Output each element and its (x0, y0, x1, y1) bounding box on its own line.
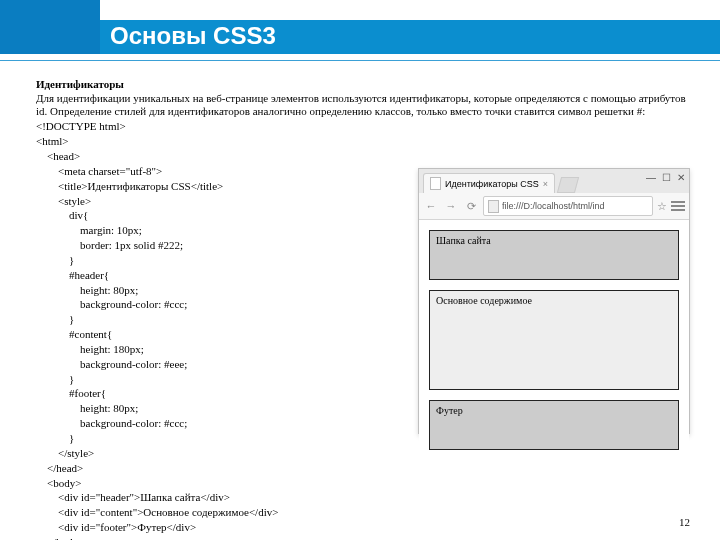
bookmark-star-icon[interactable]: ☆ (657, 200, 667, 213)
hamburger-menu-icon[interactable] (671, 201, 685, 211)
browser-viewport: Шапка сайта Основное содержимое Футер (419, 220, 689, 470)
slide-title: Основы CSS3 (110, 22, 276, 50)
preview-content: Основное содержимое (429, 290, 679, 390)
file-icon (488, 200, 499, 213)
maximize-button[interactable]: ☐ (662, 172, 671, 183)
slide-header: Основы CSS3 (0, 0, 720, 66)
address-bar[interactable]: file:///D:/localhost/html/ind (483, 196, 653, 216)
minimize-button[interactable]: — (646, 172, 656, 183)
section-heading: Идентификаторы (36, 78, 690, 90)
close-window-button[interactable]: ✕ (677, 172, 685, 183)
browser-tab[interactable]: Идентификаторы CSS × (423, 173, 555, 193)
preview-header-text: Шапка сайта (436, 235, 491, 246)
page-icon (430, 177, 441, 190)
forward-button[interactable]: → (443, 198, 459, 214)
preview-content-text: Основное содержимое (436, 295, 532, 306)
preview-footer-text: Футер (436, 405, 463, 416)
preview-footer: Футер (429, 400, 679, 450)
reload-button[interactable]: ⟳ (463, 198, 479, 214)
browser-toolbar: ← → ⟳ file:///D:/localhost/html/ind ☆ (419, 193, 689, 220)
new-tab-button[interactable] (557, 177, 579, 193)
page-number: 12 (679, 516, 690, 528)
tab-title: Идентификаторы CSS (445, 179, 539, 189)
browser-tab-strip: Идентификаторы CSS × — ☐ ✕ (419, 169, 689, 193)
header-accent-block (0, 0, 100, 54)
tab-close-icon[interactable]: × (543, 179, 548, 189)
browser-window: Идентификаторы CSS × — ☐ ✕ ← → ⟳ file://… (418, 168, 690, 434)
preview-header: Шапка сайта (429, 230, 679, 280)
address-text: file:///D:/localhost/html/ind (502, 201, 605, 211)
section-paragraph: Для идентификации уникальных на веб-стра… (36, 92, 690, 117)
header-divider (0, 60, 720, 61)
back-button[interactable]: ← (423, 198, 439, 214)
window-controls: — ☐ ✕ (646, 172, 685, 183)
